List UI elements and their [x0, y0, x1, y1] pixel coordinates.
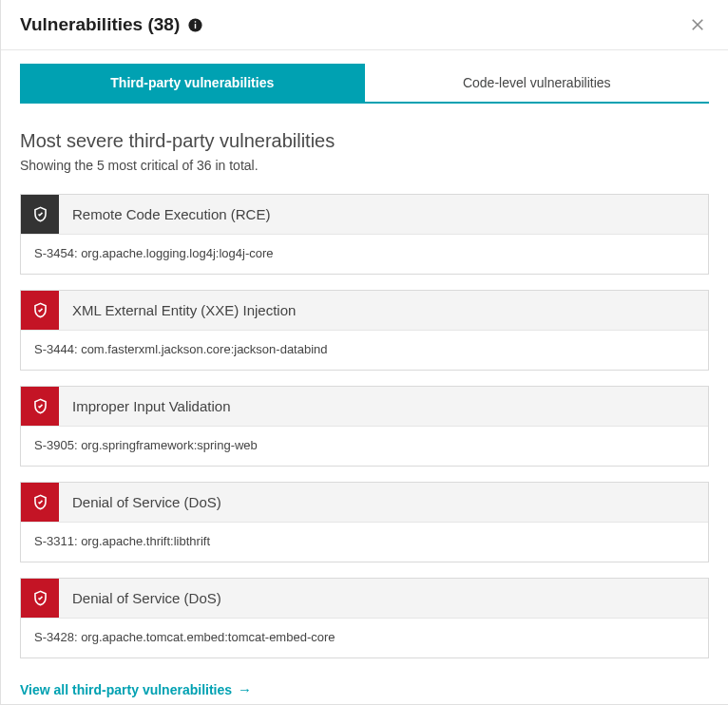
vulnerability-detail: S-3454: org.apache.logging.log4j:log4j-c…	[21, 234, 708, 274]
shield-icon	[21, 483, 59, 522]
vulnerability-card[interactable]: XML External Entity (XXE) InjectionS-344…	[20, 290, 709, 371]
info-icon[interactable]	[187, 17, 203, 33]
tab-third-party[interactable]: Third-party vulnerabilities	[20, 64, 365, 104]
panel-body: Third-party vulnerabilities Code-level v…	[1, 50, 728, 705]
vulnerability-card-header: Denial of Service (DoS)	[21, 579, 708, 618]
panel-header: Vulnerabilities (38)	[1, 0, 728, 50]
vulnerability-card[interactable]: Denial of Service (DoS)S-3428: org.apach…	[20, 578, 709, 658]
tabs: Third-party vulnerabilities Code-level v…	[20, 64, 709, 104]
tab-code-level[interactable]: Code-level vulnerabilities	[365, 64, 710, 104]
arrow-right-icon: →	[238, 681, 252, 697]
vulnerability-card-header: XML External Entity (XXE) Injection	[21, 291, 708, 330]
section-title: Most severe third-party vulnerabilities	[20, 130, 709, 152]
vulnerability-title: Denial of Service (DoS)	[59, 483, 235, 522]
panel-title: Vulnerabilities (38)	[20, 14, 180, 35]
vulnerability-card[interactable]: Improper Input ValidationS-3905: org.spr…	[20, 386, 709, 467]
shield-icon	[21, 291, 59, 330]
view-all-label: View all third-party vulnerabilities	[20, 682, 232, 697]
shield-icon	[21, 195, 59, 234]
shield-icon	[21, 579, 59, 618]
vulnerability-detail: S-3428: org.apache.tomcat.embed:tomcat-e…	[21, 618, 708, 657]
vulnerability-detail: S-3905: org.springframework:spring-web	[21, 426, 708, 466]
vulnerability-card[interactable]: Denial of Service (DoS)S-3311: org.apach…	[20, 482, 709, 562]
svg-rect-2	[195, 21, 196, 22]
vulnerability-card-header: Remote Code Execution (RCE)	[21, 195, 708, 234]
vulnerability-detail: S-3311: org.apache.thrift:libthrift	[21, 522, 708, 562]
vulnerability-card-header: Denial of Service (DoS)	[21, 483, 708, 522]
vulnerabilities-panel: Vulnerabilities (38) Third-party vulnera…	[0, 0, 728, 705]
section-subtitle: Showing the 5 most critical of 36 in tot…	[20, 158, 709, 173]
vulnerability-title: XML External Entity (XXE) Injection	[59, 291, 309, 330]
svg-rect-1	[195, 24, 196, 29]
shield-icon	[21, 387, 59, 426]
vulnerability-title: Denial of Service (DoS)	[59, 579, 235, 618]
vulnerability-card-header: Improper Input Validation	[21, 387, 708, 426]
header-left: Vulnerabilities (38)	[20, 14, 203, 35]
view-all-link[interactable]: View all third-party vulnerabilities →	[20, 681, 252, 697]
vulnerability-title: Remote Code Execution (RCE)	[59, 195, 283, 234]
vulnerability-detail: S-3444: com.fasterxml.jackson.core:jacks…	[21, 330, 708, 370]
vulnerability-title: Improper Input Validation	[59, 387, 244, 426]
close-button[interactable]	[686, 13, 709, 36]
vulnerability-card[interactable]: Remote Code Execution (RCE)S-3454: org.a…	[20, 194, 709, 275]
vulnerability-list: Remote Code Execution (RCE)S-3454: org.a…	[20, 194, 709, 658]
